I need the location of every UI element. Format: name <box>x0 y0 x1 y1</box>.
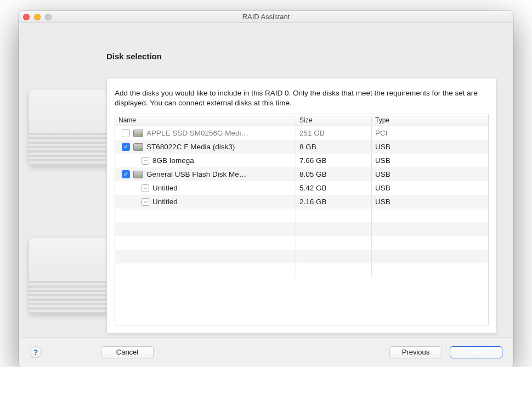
cell-type: USB <box>372 154 488 167</box>
table-row-empty <box>115 250 488 263</box>
table-header: Name Size Type <box>115 114 488 126</box>
name-cell-content: ✓ST68022C F Media (disk3) <box>118 143 235 151</box>
cell-size: 5.42 GB <box>296 181 372 195</box>
volume-icon <box>142 157 149 165</box>
cell-size: 251 GB <box>296 126 372 140</box>
name-cell-content: Untitled <box>118 198 178 206</box>
minimize-button[interactable] <box>34 14 41 20</box>
table-row[interactable]: 8GB Iomega7.66 GBUSB <box>115 154 488 167</box>
column-header-size[interactable]: Size <box>296 116 372 124</box>
table-row-empty <box>115 209 488 222</box>
table-row-empty <box>115 263 488 277</box>
titlebar: RAID Assistant <box>19 11 513 23</box>
volume-icon <box>142 184 149 192</box>
cell-name: ✓General USB Flash Disk Me… <box>115 167 296 181</box>
cell-size: 7.66 GB <box>296 154 372 167</box>
disk-name-label: General USB Flash Disk Me… <box>146 170 246 178</box>
cell-type: USB <box>372 181 488 195</box>
name-cell-content: 8GB Iomega <box>118 156 194 165</box>
disk-name-label: 8GB Iomega <box>152 156 194 165</box>
cell-name: ✓ST68022C F Media (disk3) <box>115 140 296 154</box>
table-row[interactable]: ✓General USB Flash Disk Me…8.05 GBUSB <box>115 167 488 181</box>
cell-name: Untitled <box>115 195 296 209</box>
window-title: RAID Assistant <box>19 13 513 21</box>
window: RAID Assistant Disk selection Add the di… <box>19 11 513 367</box>
table-row[interactable]: ✓ST68022C F Media (disk3)8 GBUSB <box>115 140 488 154</box>
cell-name: Untitled <box>115 181 296 195</box>
table-row-empty <box>115 222 488 236</box>
column-header-type[interactable]: Type <box>372 116 488 124</box>
disk-table: Name Size Type APPLE SSD SM0256G Medi…25… <box>115 114 489 325</box>
disk-icon <box>133 130 143 137</box>
previous-button[interactable]: Previous <box>389 346 442 358</box>
cell-type: PCI <box>372 126 488 140</box>
table-row[interactable]: Untitled2.16 GBUSB <box>115 195 488 209</box>
table-body: APPLE SSD SM0256G Medi…251 GBPCI✓ST68022… <box>115 126 488 325</box>
cell-size: 8 GB <box>296 140 372 154</box>
volume-icon <box>142 198 149 206</box>
cell-type: USB <box>372 140 488 154</box>
close-button[interactable] <box>23 14 30 20</box>
cell-type: USB <box>372 167 488 181</box>
disk-checkbox[interactable]: ✓ <box>122 143 130 151</box>
help-button[interactable]: ? <box>30 346 42 358</box>
name-cell-content: ✓General USB Flash Disk Me… <box>118 170 246 178</box>
table-row[interactable]: Untitled5.42 GBUSB <box>115 181 488 195</box>
next-button[interactable]: Next <box>450 346 502 358</box>
cell-size: 2.16 GB <box>296 195 372 209</box>
disk-checkbox[interactable]: ✓ <box>122 170 130 178</box>
zoom-button[interactable] <box>45 14 52 20</box>
disk-icon <box>133 171 143 178</box>
page-title: Disk selection <box>106 52 497 61</box>
name-cell-content: APPLE SSD SM0256G Medi… <box>118 129 248 137</box>
traffic-lights <box>23 14 52 20</box>
instructions-text: Add the disks you would like to include … <box>115 88 489 108</box>
disk-name-label: Untitled <box>152 198 178 206</box>
disk-name-label: ST68022C F Media (disk3) <box>146 143 235 151</box>
cell-name: 8GB Iomega <box>115 154 296 167</box>
cell-name: APPLE SSD SM0256G Medi… <box>115 126 296 140</box>
disk-icon <box>133 143 143 151</box>
disk-name-label: APPLE SSD SM0256G Medi… <box>146 129 248 137</box>
cell-type: USB <box>372 195 488 209</box>
name-cell-content: Untitled <box>118 184 178 192</box>
disk-name-label: Untitled <box>152 184 178 192</box>
cancel-button[interactable]: Cancel <box>101 346 154 358</box>
disk-checkbox[interactable] <box>122 129 130 137</box>
content-panel: Add the disks you would like to include … <box>106 78 497 334</box>
cell-size: 8.05 GB <box>296 167 372 181</box>
table-row-empty <box>115 236 488 250</box>
table-row[interactable]: APPLE SSD SM0256G Medi…251 GBPCI <box>115 126 488 140</box>
footer: ? Cancel Previous Next <box>19 337 513 367</box>
window-body: Disk selection Add the disks you would l… <box>19 23 513 367</box>
column-header-name[interactable]: Name <box>115 116 296 124</box>
